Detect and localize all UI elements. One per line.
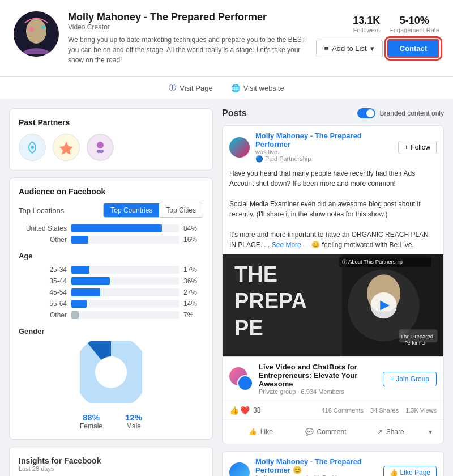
posts-title: Posts (222, 108, 247, 118)
avatar-image (14, 11, 59, 57)
like-page-button[interactable]: 👍 Like Page (383, 466, 437, 476)
age-other-pct: 7% (183, 311, 203, 319)
location-other-pct: 16% (183, 236, 203, 244)
add-to-list-button[interactable]: ≡ Add to List ▾ (316, 40, 383, 57)
post-card-1: Molly Mahoney - The Prepared Performer w… (222, 125, 444, 444)
partner-logo-2 (53, 134, 80, 161)
join-group-button[interactable]: + Join Group (383, 372, 437, 386)
share-button[interactable]: ↗ Share (359, 424, 422, 439)
stats-actions-row: 13.1K Followers 5-10% Engagement Rate (353, 15, 439, 33)
post-image-background: THE PREPA PE The Prepared Performer ⓘ Ab… (223, 254, 443, 356)
globe-icon: 🌐 (231, 84, 240, 92)
action-row: 👍 Like 💬 Comment ↗ Share ▾ (223, 419, 443, 444)
engagement-row: 👍 ❤️ 38 416 Comments 34 Shares 1.3K View… (223, 401, 443, 419)
location-other-label: Other (19, 236, 67, 244)
age-45-54-bar-fill (71, 288, 100, 296)
insights-title: Insights for Facebook (19, 456, 203, 465)
visit-website-link[interactable]: 🌐 Visit website (231, 83, 284, 93)
location-tabs: Top Countries Top Cities (103, 203, 203, 218)
svg-marker-5 (59, 142, 73, 155)
location-bars: United States 84% Other 16% (19, 224, 203, 244)
reaction-icons: 👍 ❤️ 38 (229, 406, 260, 415)
age-other-bar-container (71, 311, 179, 319)
age-25-34-bar-fill (71, 266, 89, 274)
visit-bar: ⓕ Visit Page 🌐 Visit website (0, 77, 453, 99)
post1-text: Have you heard that many people have rec… (223, 168, 443, 254)
age-bar-35-44: 35-44 36% (19, 277, 203, 285)
post2-author-info: Molly Mahoney - The Prepared Performer 😊… (255, 457, 378, 476)
more-options-button[interactable]: ▾ (424, 424, 437, 439)
location-us-bar-fill (71, 224, 162, 232)
post1-author-name: Molly Mahoney - The Prepared Performer (255, 131, 392, 148)
partners-logos (19, 134, 203, 161)
post2-author-name: Molly Mahoney - The Prepared Performer 😊 (255, 457, 378, 474)
svg-text:The Prepared: The Prepared (400, 333, 433, 339)
comment-button[interactable]: 💬 Comment (294, 424, 357, 439)
toggle-knob (366, 109, 374, 117)
svg-text:ⓘ  About This Partnership: ⓘ About This Partnership (342, 258, 403, 265)
left-panel: Past Partners Audience on Facebook Top L… (9, 108, 213, 476)
svg-point-10 (95, 356, 127, 388)
like-reaction-icon: 👍 (229, 406, 239, 415)
visit-page-link[interactable]: ⓕ Visit Page (169, 83, 212, 93)
group-meta: Private group · 6,934 Members (259, 388, 377, 395)
tab-cities-button[interactable]: Top Cities (159, 203, 203, 217)
age-55-64-pct: 14% (183, 300, 203, 308)
svg-point-6 (97, 142, 104, 148)
gender-legend: 88% Female 12% Male (80, 413, 142, 430)
like-button[interactable]: 👍 Like (229, 424, 292, 439)
pie-container: 88% Female 12% Male (19, 341, 203, 430)
more-options-icon: ▾ (429, 428, 432, 436)
age-section: Age 25-34 17% 35-44 36% 45-54 (19, 252, 203, 319)
age-45-54-bar-container (71, 288, 179, 296)
age-55-64-bar-container (71, 300, 179, 308)
age-title: Age (19, 252, 203, 260)
female-stat: 88% Female (80, 413, 102, 430)
engagement-value: 5-10% (400, 15, 429, 27)
avatar (14, 11, 59, 57)
insights-period: Last 28 days (19, 465, 203, 472)
svg-point-2 (29, 27, 34, 32)
influencer-name: Molly Mahoney - The Prepared Performer (68, 11, 307, 23)
svg-point-3 (41, 26, 45, 29)
tab-countries-button[interactable]: Top Countries (104, 203, 159, 217)
past-partners-card: Past Partners (9, 108, 213, 171)
post-card-2: Molly Mahoney - The Prepared Performer 😊… (222, 451, 444, 476)
location-other-bar-fill (71, 236, 88, 244)
male-pct: 12% (125, 413, 142, 422)
svg-text:PREPA: PREPA (234, 289, 307, 313)
svg-text:Performer: Performer (404, 340, 426, 346)
see-more-link[interactable]: See More (272, 241, 301, 249)
engagement-stats: 416 Comments 34 Shares 1.3K Views (321, 407, 437, 414)
post1-text3: It's more and more important to have an … (229, 230, 437, 250)
facebook-page-icon: ⓕ (169, 83, 176, 93)
header-section: Molly Mahoney - The Prepared Performer V… (0, 0, 453, 77)
age-55-64-bar-fill (71, 300, 87, 308)
age-35-44-bar-container (71, 277, 179, 285)
male-stat: 12% Male (125, 413, 142, 430)
audience-card: Audience on Facebook Top Locations Top C… (9, 177, 213, 440)
age-25-34-bar-container (71, 266, 179, 274)
right-panel: Posts Branded content only Molly Mahoney… (222, 108, 444, 476)
branded-content-toggle[interactable]: Branded content only (357, 108, 444, 118)
location-header: Top Locations Top Countries Top Cities (19, 203, 203, 218)
svg-text:THE: THE (234, 262, 277, 286)
post1-header: Molly Mahoney - The Prepared Performer w… (223, 126, 443, 168)
svg-point-1 (26, 19, 46, 44)
age-25-34-pct: 17% (183, 266, 203, 274)
toggle-switch[interactable] (357, 108, 375, 118)
shares-count: 34 Shares (370, 407, 399, 414)
age-35-44-bar-fill (71, 277, 110, 285)
love-reaction-icon: ❤️ (240, 406, 250, 415)
partner-logo-3 (87, 134, 114, 161)
age-bar-other: Other 7% (19, 311, 203, 319)
contact-button[interactable]: Contact (387, 39, 439, 58)
header-actions: 13.1K Followers 5-10% Engagement Rate ≡ … (316, 15, 439, 58)
age-45-54-pct: 27% (183, 288, 203, 296)
gender-section: Gender 88% Female 12% Ma (19, 327, 203, 430)
past-partners-title: Past Partners (19, 118, 203, 127)
partner-logo-1 (19, 134, 46, 161)
comment-icon: 💬 (305, 428, 314, 436)
follow-button[interactable]: + Follow (398, 141, 437, 154)
like-icon: 👍 (249, 428, 257, 436)
